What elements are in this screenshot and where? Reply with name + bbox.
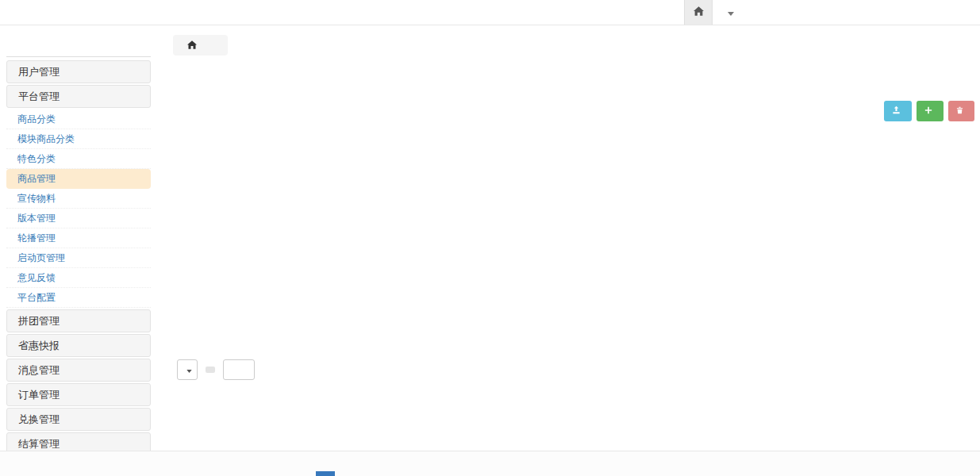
upload-icon [892, 106, 901, 117]
header-right [684, 0, 734, 25]
sidebar-item-product-category[interactable]: 商品分类 [6, 109, 151, 129]
sidebar-item-order-management[interactable]: 订单管理 [6, 383, 151, 406]
caret-down-icon [186, 364, 192, 375]
sidebar-title [6, 44, 151, 57]
top-header [0, 0, 980, 25]
sidebar-item-platform-config[interactable]: 平台配置 [6, 288, 151, 308]
sidebar-item-user-management[interactable]: 用户管理 [6, 60, 151, 83]
sidebar-menu: 用户管理平台管理商品分类模块商品分类特色分类商品管理宣传物料版本管理轮播管理启动… [6, 60, 151, 455]
plus-icon [924, 106, 932, 117]
sidebar-item-savings-express[interactable]: 省惠快报 [6, 334, 151, 357]
jump-page-input[interactable] [223, 359, 255, 380]
home-button[interactable] [684, 0, 713, 25]
breadcrumb-home-icon [187, 40, 197, 52]
sidebar-item-exchange-management[interactable]: 兑换管理 [6, 408, 151, 431]
sidebar-item-platform-management[interactable]: 平台管理 [6, 85, 151, 108]
sidebar-item-splash-page-management[interactable]: 启动页管理 [6, 248, 151, 268]
sidebar-item-product-management[interactable]: 商品管理 [6, 169, 151, 189]
home-icon [694, 6, 704, 18]
sidebar-item-promo-materials[interactable]: 宣传物料 [6, 189, 151, 209]
sidebar-item-message-management[interactable]: 消息管理 [6, 359, 151, 382]
import-excel-button[interactable] [884, 101, 912, 121]
sidebar-item-carousel-management[interactable]: 轮播管理 [6, 228, 151, 248]
jump-button[interactable] [206, 367, 215, 373]
add-button[interactable] [917, 101, 943, 121]
breadcrumb [173, 35, 228, 56]
footer [0, 451, 980, 476]
sidebar-item-version-management[interactable]: 版本管理 [6, 209, 151, 228]
user-menu[interactable] [724, 7, 734, 18]
trash-icon [956, 106, 963, 117]
sidebar-item-feature-category[interactable]: 特色分类 [6, 149, 151, 169]
sidebar-item-feedback[interactable]: 意见反馈 [6, 268, 151, 288]
batch-delete-button[interactable] [948, 101, 974, 121]
sidebar-item-group-buy-management[interactable]: 拼团管理 [6, 309, 151, 332]
bottom-blue-bar [316, 471, 335, 476]
page-size-select[interactable] [177, 359, 198, 380]
caret-down-icon [728, 7, 734, 18]
sidebar: 用户管理平台管理商品分类模块商品分类特色分类商品管理宣传物料版本管理轮播管理启动… [6, 44, 151, 456]
pagination-summary [173, 359, 259, 381]
sidebar-item-module-product-category[interactable]: 模块商品分类 [6, 129, 151, 149]
sidebar-submenu: 商品分类模块商品分类特色分类商品管理宣传物料版本管理轮播管理启动页管理意见反馈平… [6, 109, 151, 308]
toolbar [173, 101, 974, 121]
